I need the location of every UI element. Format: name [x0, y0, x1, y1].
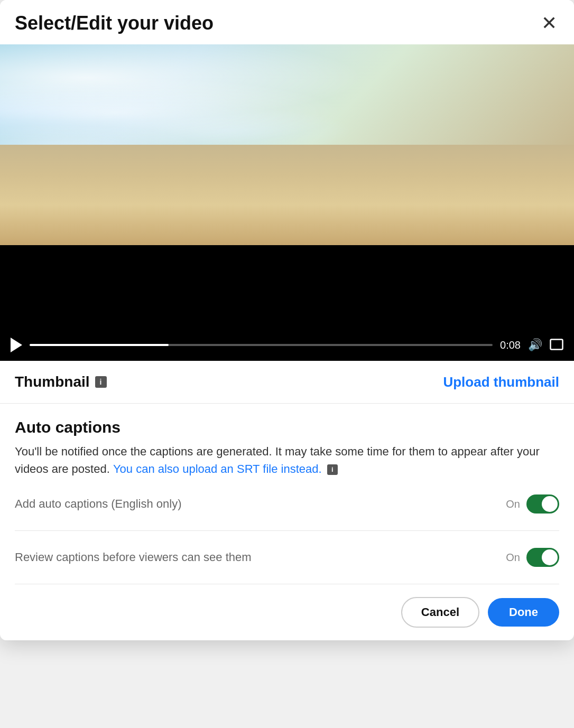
review-captions-toggle-status: On [506, 552, 520, 564]
video-controls: 0:08 🔊 [0, 338, 574, 361]
toggle-section: Add auto captions (English only) On Revi… [0, 478, 574, 584]
review-captions-toggle-right: On [506, 548, 559, 567]
srt-upload-link[interactable]: You can also upload an SRT file instead. [113, 462, 322, 475]
modal-footer: Cancel Done [0, 584, 574, 640]
done-button[interactable]: Done [488, 598, 559, 627]
progress-bar-fill [30, 344, 169, 346]
svg-rect-0 [551, 339, 563, 349]
auto-captions-description: You'll be notified once the captions are… [15, 443, 559, 478]
toggle-row-auto-captions: Add auto captions (English only) On [15, 478, 559, 531]
volume-button[interactable]: 🔊 [528, 338, 542, 352]
time-display: 0:08 [500, 339, 521, 351]
auto-captions-toggle-label: Add auto captions (English only) [15, 497, 182, 511]
upload-thumbnail-button[interactable]: Upload thumbnail [443, 374, 559, 390]
cancel-button[interactable]: Cancel [401, 597, 479, 628]
fullscreen-icon [550, 339, 563, 352]
thumbnail-section: Thumbnail i Upload thumbnail [0, 361, 574, 404]
close-button[interactable]: ✕ [539, 12, 559, 35]
auto-captions-toggle-status: On [506, 498, 520, 510]
review-captions-toggle-label: Review captions before viewers can see t… [15, 550, 252, 564]
play-button[interactable] [11, 338, 22, 352]
modal-header: Select/Edit your video ✕ [0, 0, 574, 44]
review-captions-toggle-knob [542, 549, 558, 565]
play-icon [11, 338, 22, 352]
close-icon: ✕ [541, 12, 557, 34]
review-captions-toggle[interactable] [526, 548, 559, 567]
fullscreen-button[interactable] [550, 339, 563, 352]
thumbnail-info-icon: i [95, 376, 107, 388]
modal: Select/Edit your video ✕ 0:08 🔊 [0, 0, 574, 640]
thumbnail-title: Thumbnail [15, 374, 90, 390]
video-container: 0:08 🔊 [0, 44, 574, 361]
thumbnail-label-row: Thumbnail i [15, 374, 107, 390]
progress-bar[interactable] [30, 344, 493, 346]
modal-title: Select/Edit your video [15, 12, 214, 34]
auto-captions-title: Auto captions [15, 418, 559, 436]
auto-captions-toggle[interactable] [526, 494, 559, 514]
srt-info-icon: i [327, 464, 338, 475]
auto-captions-toggle-knob [542, 496, 558, 512]
auto-captions-toggle-right: On [506, 494, 559, 514]
auto-captions-section: Auto captions You'll be notified once th… [0, 404, 574, 478]
video-frame [0, 44, 574, 245]
wave-overlay [0, 64, 574, 185]
video-black-bar [0, 245, 574, 338]
toggle-row-review-captions: Review captions before viewers can see t… [15, 531, 559, 584]
volume-icon: 🔊 [528, 338, 542, 352]
